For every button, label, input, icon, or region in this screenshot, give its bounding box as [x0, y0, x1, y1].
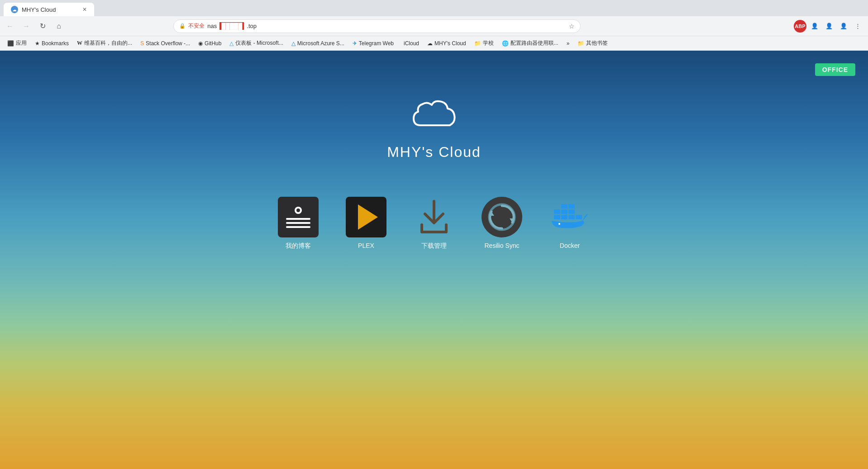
bookmark-more[interactable]: »: [563, 39, 573, 47]
bookmark-wikipedia[interactable]: W 维基百科，自由的...: [73, 38, 136, 48]
svg-rect-4: [554, 215, 560, 219]
azure-label: Microsoft Azure S...: [297, 40, 344, 47]
telegram-label: Telegram Web: [359, 40, 394, 47]
apps-label: 应用: [16, 39, 27, 47]
bookmark-github[interactable]: ◉ GitHub: [195, 39, 225, 47]
svg-rect-10: [568, 209, 575, 214]
svg-rect-5: [561, 215, 568, 219]
mhycloud-label: MHY's Cloud: [434, 40, 466, 47]
browser-actions: ABP 👤 👤 👤 ⋮: [794, 20, 864, 33]
tab-close-button[interactable]: ✕: [82, 6, 87, 13]
bookmark-stackoverflow[interactable]: S Stack Overflow -...: [137, 39, 194, 47]
tab-favicon: ☁: [11, 6, 18, 13]
docker-label: Docker: [560, 242, 580, 249]
extension-button-1[interactable]: 👤: [808, 20, 821, 33]
app-resilio[interactable]: Resilio Sync: [482, 197, 522, 249]
security-label: 不安全: [188, 22, 205, 30]
svg-rect-7: [576, 215, 582, 219]
home-button[interactable]: ⌂: [52, 20, 65, 33]
bookmark-azure[interactable]: △ Microsoft Azure S...: [288, 39, 348, 47]
school-icon: 📁: [474, 40, 481, 47]
cloud-logo-icon: [407, 96, 461, 137]
svg-rect-6: [568, 215, 575, 219]
others-label: 其他书签: [586, 39, 608, 47]
security-icon: 🔒: [179, 23, 186, 29]
menu-button[interactable]: ⋮: [852, 20, 864, 33]
cloud-section: MHY's Cloud: [387, 96, 481, 161]
bookmark-microsoft[interactable]: △ 仪表板 - Microsoft...: [226, 38, 286, 48]
url-prefix: nas: [207, 23, 217, 29]
back-button[interactable]: ←: [4, 20, 16, 33]
browser-frame: ☁ MHY's Cloud ✕ ← → ↻ ⌂ 🔒 不安全 nas █████ …: [0, 0, 868, 469]
profile-button[interactable]: ABP: [794, 20, 806, 33]
stackoverflow-label: Stack Overflow -...: [146, 40, 190, 47]
svg-rect-8: [554, 209, 560, 214]
azure-icon: △: [291, 40, 296, 47]
router-label: 配置路由器使用联...: [510, 39, 558, 47]
bookmarks-star-icon: ★: [35, 40, 40, 47]
bookmark-telegram[interactable]: ✈ Telegram Web: [349, 39, 397, 47]
page-content: OFFICE MHY's Cloud: [0, 51, 868, 469]
address-bar-area: ← → ↻ ⌂ 🔒 不安全 nas █████ .top ☆ ABP 👤 👤 👤…: [0, 16, 868, 36]
active-tab[interactable]: ☁ MHY's Cloud ✕: [4, 3, 94, 16]
svg-rect-12: [568, 204, 575, 208]
bookmark-mhycloud[interactable]: ☁ MHY's Cloud: [424, 39, 470, 47]
bookmark-icloud[interactable]: iCloud: [398, 39, 423, 47]
more-icon: »: [567, 40, 570, 47]
wikipedia-label: 维基百科，自由的...: [84, 39, 132, 47]
docker-icon: [549, 197, 590, 237]
bookmark-bookmarks[interactable]: ★ Bookmarks: [31, 39, 72, 47]
office-button[interactable]: OFFICE: [815, 63, 855, 76]
blog-label: 我的博客: [286, 242, 311, 250]
blog-icon: [278, 197, 319, 237]
others-icon: 📁: [577, 40, 584, 47]
download-icon: [414, 197, 454, 237]
app-blog[interactable]: 我的博客: [278, 197, 319, 250]
github-icon: ◉: [198, 40, 203, 47]
bookmark-apps[interactable]: ⬛ 应用: [4, 38, 30, 48]
download-label: 下载管理: [421, 242, 447, 250]
mhycloud-icon: ☁: [427, 40, 433, 47]
icloud-label: iCloud: [404, 40, 419, 47]
microsoft-icon: △: [229, 40, 234, 47]
tab-bar: ☁ MHY's Cloud ✕: [0, 0, 868, 16]
app-download[interactable]: 下载管理: [414, 197, 454, 250]
apps-icon: ⬛: [7, 40, 14, 47]
tab-title: MHY's Cloud: [22, 6, 56, 13]
app-plex[interactable]: PLEX: [346, 197, 386, 249]
plex-label: PLEX: [358, 242, 374, 249]
stackoverflow-icon: S: [140, 40, 144, 47]
refresh-button[interactable]: ↻: [36, 20, 49, 33]
extension-button-2[interactable]: 👤: [823, 20, 835, 33]
svg-rect-9: [561, 209, 568, 214]
url-bar[interactable]: 🔒 不安全 nas █████ .top ☆: [173, 19, 581, 33]
plex-chevron-icon: [358, 204, 378, 230]
github-label: GitHub: [205, 40, 221, 47]
bookmark-star-icon[interactable]: ☆: [569, 23, 575, 30]
wikipedia-icon: W: [77, 40, 82, 47]
url-redacted: █████: [219, 22, 244, 30]
resilio-label: Resilio Sync: [484, 242, 519, 249]
svg-rect-11: [561, 204, 568, 208]
bookmark-others[interactable]: 📁 其他书签: [574, 38, 611, 48]
resilio-icon: [482, 197, 522, 237]
cloud-title: MHY's Cloud: [387, 144, 481, 161]
apps-section: 我的博客 PLEX: [278, 197, 590, 250]
telegram-icon: ✈: [353, 40, 357, 47]
school-label: 学校: [483, 39, 494, 47]
router-icon: 🌐: [502, 40, 509, 47]
plex-icon: [346, 197, 386, 237]
forward-button[interactable]: →: [20, 20, 33, 33]
app-docker[interactable]: Docker: [549, 197, 590, 249]
extension-button-3[interactable]: 👤: [837, 20, 850, 33]
bookmarks-bar: ⬛ 应用 ★ Bookmarks W 维基百科，自由的... S Stack O…: [0, 36, 868, 51]
svg-point-13: [558, 223, 560, 225]
bookmarks-label: Bookmarks: [42, 40, 69, 47]
microsoft-label: 仪表板 - Microsoft...: [235, 39, 283, 47]
url-suffix: .top: [247, 23, 257, 29]
bookmark-school[interactable]: 📁 学校: [471, 38, 497, 48]
bookmark-router[interactable]: 🌐 配置路由器使用联...: [498, 38, 562, 48]
